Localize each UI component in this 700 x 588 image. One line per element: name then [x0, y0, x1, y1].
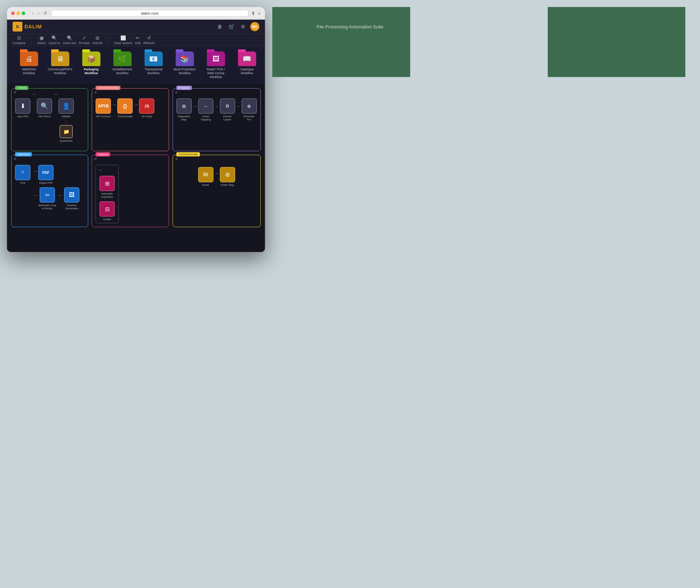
prepare-flow: ⊞ Separation Map → ↔ Power Trapping → ⧉ …: [176, 98, 257, 121]
app-toolbar: D DALIM File Processing Automation Suite…: [7, 20, 265, 34]
browser-add-icon[interactable]: +: [258, 11, 261, 16]
fork-branches: → PDF Output PDF → ✂ Automatic: [33, 165, 81, 210]
node-power-trapping-box: ↔: [198, 98, 214, 114]
browser-share-icon[interactable]: ⬆: [251, 11, 255, 16]
node-scatter-label: Scatter: [103, 218, 111, 221]
grid-all-button[interactable]: ⊞ Grid all: [92, 35, 103, 45]
node-extract-layers[interactable]: ⧉ Extract Layers: [220, 98, 235, 121]
toolbar-trash-button[interactable]: 🗑: [216, 22, 224, 31]
node-fork[interactable]: ⑂ Fork: [15, 165, 30, 184]
section-communicate: ⚙ Communicate ✉ Email → ⚙ Folder Step: [173, 155, 261, 227]
node-power-trapping[interactable]: ↔ Power Trapping: [198, 98, 214, 121]
node-validate-box: 👤: [58, 98, 74, 114]
node-input-file[interactable]: ⬇ Input File: [15, 98, 30, 118]
node-api-connect-box: API⚙: [96, 98, 111, 114]
bottom-panels: [272, 7, 685, 77]
arrow-6: →: [214, 104, 219, 109]
browser-chrome: ‹ › ↺ dalim.com ⬆ +: [7, 7, 265, 20]
refresh-button[interactable]: ↺ Refresh: [144, 35, 155, 45]
dot-close[interactable]: [11, 12, 15, 15]
section-communicate-icon: ⚙: [175, 157, 178, 161]
node-preview-gen-box: 🖼: [64, 187, 79, 203]
node-auto-crop-box: ✂: [40, 187, 55, 203]
impose-nodes: ⊞ Automatic Imposition ⊟ Scatter: [98, 176, 116, 221]
section-optimise: ⚙ Optimise ⑂ Fork → PDF Outp: [11, 155, 88, 227]
section-communicate-label: Communicate: [176, 152, 200, 156]
node-auto-crop[interactable]: ✂ Automatic Crop & Resize: [38, 187, 56, 210]
section-connect: ⚙ Connect/Script API⚙ API Connect → {} F…: [92, 88, 169, 151]
fit-view-button[interactable]: ⤢ Fit view: [79, 35, 90, 45]
node-preview-gen[interactable]: 🖼 Preview Generation: [63, 187, 81, 210]
zoom-in-button[interactable]: 🔍 Zoom in: [49, 35, 60, 45]
dot-maximize[interactable]: [22, 12, 25, 15]
bottom-panel-left: [272, 7, 410, 77]
url-bar[interactable]: dalim.com: [51, 10, 248, 17]
workflow-book-production[interactable]: 📚 Book Production Workflow: [170, 50, 200, 77]
node-output-pdf[interactable]: PDF Output PDF: [38, 165, 54, 184]
browser-dots: [11, 12, 25, 15]
node-folder-step-box: ⚙: [220, 167, 235, 182]
node-folder-step[interactable]: ⚙ Folder Step: [220, 167, 235, 187]
workflow-packaging[interactable]: 📦 Packaging Workflow: [76, 50, 106, 77]
workflow-commercial[interactable]: 🖥 Commercial/PSP's Workflow: [45, 50, 75, 77]
node-format-data[interactable]: {} Format Data: [117, 98, 133, 118]
clear-actions-label: Clear actions: [114, 41, 133, 45]
section-check-icon: ⚙: [14, 91, 16, 94]
nav-refresh-button[interactable]: ↺: [42, 10, 48, 16]
node-input-file-label: Input File: [18, 115, 28, 118]
toolbar-settings-button[interactable]: ⚙: [239, 22, 247, 31]
node-fork-label: Fork: [20, 181, 26, 184]
workflow-retail-label: Retail / POS / Wide Format Workflow: [203, 68, 229, 79]
node-js-script[interactable]: JS JS Script: [139, 98, 154, 118]
node-email[interactable]: ✉ Email: [198, 167, 214, 187]
edit-button[interactable]: ✏ Edit: [135, 35, 141, 45]
toolbar-divider-1: [31, 36, 31, 44]
screen-wrapper: ‹ › ↺ dalim.com ⬆ + D DALIM File Process…: [7, 7, 265, 252]
node-scatter[interactable]: ⊟ Scatter: [98, 201, 116, 221]
workflow-transactional[interactable]: 📧 Transactional Workflow: [139, 50, 168, 77]
nav-back-button[interactable]: ‹: [31, 10, 35, 16]
arrow-9: →: [97, 167, 102, 173]
nav-forward-button[interactable]: ›: [36, 10, 41, 16]
branch-row-bottom: → ✂ Automatic Crop & Resize → 🖼 Preview …: [33, 187, 81, 210]
zoom-out-button[interactable]: 🔍 Zoom out: [63, 35, 76, 45]
node-decorate-pro-box: ⊕: [241, 98, 257, 114]
node-folder-step-label: Folder Step: [220, 183, 234, 187]
workflow-web2print[interactable]: 🖨 Web2Print Workflow: [14, 50, 44, 77]
dot-minimize[interactable]: [16, 12, 20, 15]
toolbar-divider-2: [108, 36, 108, 44]
workflow-retail[interactable]: 🖼 Retail / POS / Wide Format Workflow: [201, 50, 231, 80]
user-avatar[interactable]: MA: [250, 22, 259, 31]
node-extract-layers-label: Extract Layers: [220, 115, 235, 121]
toolbar-cart-button[interactable]: 🛒: [227, 22, 236, 31]
connect-flow: API⚙ API Connect → {} Format Data → JS J…: [96, 98, 165, 118]
node-validate[interactable]: 👤 Validate: [58, 98, 74, 118]
section-impose: ⚙ Impose → ⊞ Automatic Imposition: [92, 155, 169, 227]
node-file-check[interactable]: 🔍 File Check: [37, 98, 52, 118]
workflow-catalogue[interactable]: 📖 Catalogue Workflow: [232, 50, 262, 77]
node-format-data-label: Format Data: [118, 115, 132, 118]
section-optimise-icon: ⚙: [14, 157, 16, 161]
node-decorate-pro[interactable]: ⊕ Decorate Pro: [241, 98, 257, 121]
compare-button[interactable]: ⊟ Compare: [13, 35, 26, 45]
node-preview-gen-label: Preview Generation: [63, 204, 81, 210]
workflow-grid: ⚙ Check ⬇ Input File → 🔍 File Check →: [11, 88, 261, 227]
node-quarantine[interactable]: 📁 Quarantine: [59, 125, 73, 142]
node-separation-map[interactable]: ⊞ Separation Map: [176, 98, 192, 121]
app-toolbar-right: 🗑 🛒 ⚙ MA: [216, 22, 259, 31]
edit-icon: ✏: [136, 35, 140, 41]
arrow-3: →: [112, 102, 117, 107]
node-auto-crop-label: Automatic Crop & Resize: [38, 204, 56, 210]
grid-all-label: Grid all: [92, 41, 103, 45]
arrow-2: →: [53, 91, 58, 97]
node-api-connect[interactable]: API⚙ API Connect: [96, 98, 111, 118]
zoom-out-icon: 🔍: [67, 35, 72, 41]
node-fork-box: ⑂: [15, 165, 30, 180]
node-auto-imposition[interactable]: ⊞ Automatic Imposition: [98, 176, 116, 198]
node-quarantine-box: 📁: [59, 125, 73, 138]
arrow-fork-top: →: [33, 168, 37, 174]
workflow-embellishment[interactable]: 🌿 Embellishment Workflow: [107, 50, 137, 77]
select-button[interactable]: ▣ Select: [37, 35, 46, 45]
clear-actions-button[interactable]: ⬜ Clear actions: [114, 35, 133, 45]
optimise-flow: ⑂ Fork → PDF Output PDF: [15, 165, 84, 210]
